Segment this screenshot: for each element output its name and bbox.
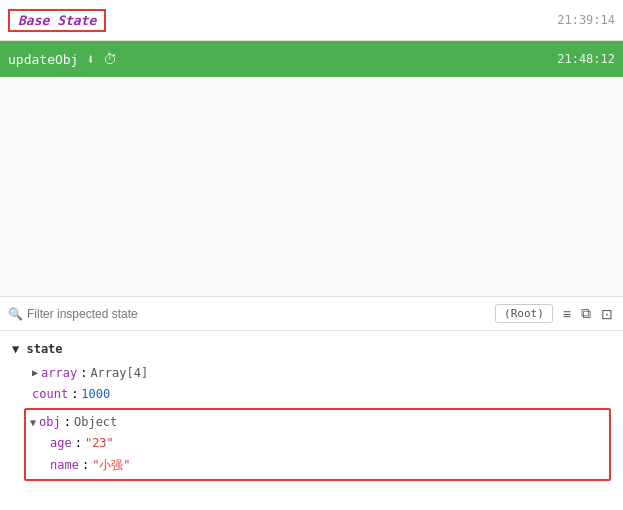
name-value: "小强"	[92, 455, 130, 477]
count-value: 1000	[81, 384, 110, 406]
obj-header-row: ▼ obj : Object	[30, 412, 605, 434]
filter-input-wrap: 🔍	[8, 307, 487, 321]
root-badge[interactable]: (Root)	[495, 304, 553, 323]
filter-bar: 🔍 (Root) ≡ ⧉ ⊡	[0, 297, 623, 331]
array-key: array	[41, 363, 77, 385]
action-bar: updateObj ⬇ ⏱ 21:48:12	[0, 41, 623, 77]
download-icon[interactable]: ⬇	[86, 51, 94, 67]
name-key: name	[50, 455, 79, 477]
array-row: ▶ array : Array[4]	[12, 363, 611, 385]
state-tree: ▼ state ▶ array : Array[4] count : 1000 …	[0, 331, 623, 489]
count-key: count	[32, 384, 68, 406]
state-section-text: ▼ state	[12, 339, 63, 361]
array-arrow[interactable]: ▶	[32, 364, 38, 382]
colon-5: :	[82, 455, 89, 477]
filter-button[interactable]: ≡	[561, 304, 573, 324]
top-bar-time: 21:39:14	[557, 13, 615, 27]
filter-icons: ≡ ⧉ ⊡	[561, 303, 615, 324]
top-bar: Base State 21:39:14	[0, 0, 623, 41]
filter-input[interactable]	[27, 307, 487, 321]
colon-4: :	[75, 433, 82, 455]
base-state-label: Base State	[8, 9, 106, 32]
age-row: age : "23"	[30, 433, 605, 455]
state-section-label: ▼ state	[12, 339, 611, 361]
content-area	[0, 77, 623, 297]
clock-icon[interactable]: ⏱	[103, 51, 117, 67]
action-bar-time: 21:48:12	[557, 52, 615, 66]
search-icon: 🔍	[8, 307, 23, 321]
array-value: Array[4]	[90, 363, 148, 385]
obj-key: obj	[39, 412, 61, 434]
colon-2: :	[71, 384, 78, 406]
action-bar-left: updateObj ⬇ ⏱	[8, 51, 117, 67]
action-name: updateObj	[8, 52, 78, 67]
count-row: count : 1000	[12, 384, 611, 406]
age-value: "23"	[85, 433, 114, 455]
colon-3: :	[64, 412, 71, 434]
obj-section: ▼ obj : Object age : "23" name : "小强"	[24, 408, 611, 481]
obj-arrow[interactable]: ▼	[30, 414, 36, 432]
colon-1: :	[80, 363, 87, 385]
copy-button[interactable]: ⧉	[579, 303, 593, 324]
age-key: age	[50, 433, 72, 455]
name-row: name : "小强"	[30, 455, 605, 477]
obj-type: Object	[74, 412, 117, 434]
clipboard-button[interactable]: ⊡	[599, 304, 615, 324]
